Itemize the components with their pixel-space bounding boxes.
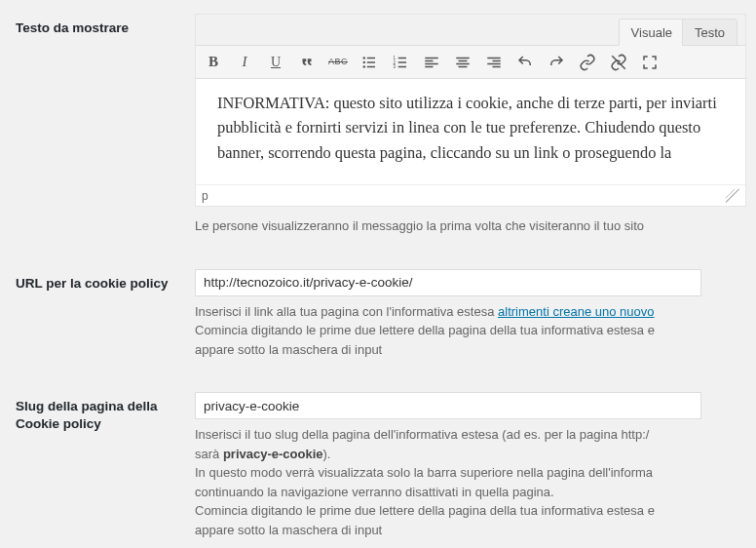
underline-button[interactable]: U bbox=[262, 50, 289, 75]
editor-resize-handle[interactable] bbox=[726, 189, 739, 203]
svg-point-0 bbox=[363, 57, 365, 59]
cookie-url-input[interactable] bbox=[195, 269, 701, 296]
create-new-link[interactable]: altrimenti creane uno nuovo bbox=[498, 304, 654, 319]
bulleted-list-button[interactable] bbox=[356, 50, 383, 75]
svg-rect-7 bbox=[398, 57, 406, 59]
svg-rect-21 bbox=[493, 59, 501, 61]
editor-mode-tabs: Visuale Testo bbox=[196, 15, 745, 46]
editor-content[interactable]: INFORMATIVA: questo sito utilizza i cook… bbox=[196, 79, 745, 184]
editor-toolbar: B I U ABC 123 bbox=[196, 46, 745, 79]
svg-rect-15 bbox=[425, 65, 433, 67]
svg-rect-14 bbox=[425, 62, 438, 64]
editor-text: INFORMATIVA: questo sito utilizza i cook… bbox=[217, 94, 717, 162]
svg-rect-1 bbox=[367, 57, 375, 59]
svg-rect-17 bbox=[459, 59, 468, 61]
desc-line: In questo modo verrà visualizzata solo l… bbox=[195, 465, 653, 480]
desc-line: appare sotto la maschera di input bbox=[195, 342, 382, 357]
svg-rect-12 bbox=[425, 57, 438, 59]
tab-text[interactable]: Testo bbox=[682, 19, 737, 46]
description-slug: Inserisci il tuo slug della pagina dell'… bbox=[195, 425, 746, 539]
label-slug-cookie-policy: Slug della pagina della Cookie policy bbox=[0, 378, 195, 548]
desc-line: sarà bbox=[195, 447, 223, 461]
editor-element-path: p bbox=[202, 187, 208, 205]
tab-visual-label: Visuale bbox=[631, 25, 672, 40]
label-text: URL per la cookie policy bbox=[16, 276, 169, 291]
svg-rect-13 bbox=[425, 59, 433, 61]
desc-line: continuando la navigazione verranno disa… bbox=[195, 485, 554, 499]
align-center-button[interactable] bbox=[449, 50, 476, 75]
svg-rect-20 bbox=[487, 57, 501, 59]
svg-rect-23 bbox=[493, 65, 501, 67]
strikethrough-button[interactable]: ABC bbox=[324, 50, 352, 75]
cookie-slug-input[interactable] bbox=[195, 392, 701, 419]
unlink-button[interactable] bbox=[605, 50, 632, 75]
redo-button[interactable] bbox=[543, 50, 570, 75]
editor-status-bar: p bbox=[196, 184, 745, 206]
svg-rect-9 bbox=[398, 61, 406, 63]
svg-rect-16 bbox=[456, 57, 470, 59]
undo-button[interactable] bbox=[511, 50, 539, 75]
description-text: Le persone visualizzeranno il messaggio … bbox=[195, 218, 644, 233]
label-text: Testo da mostrare bbox=[16, 20, 129, 35]
fullscreen-button[interactable] bbox=[636, 50, 663, 75]
tab-visual[interactable]: Visuale bbox=[619, 19, 685, 46]
svg-rect-5 bbox=[367, 65, 375, 67]
settings-form-table: Testo da mostrare Visuale Testo B I U AB… bbox=[0, 0, 756, 548]
svg-rect-18 bbox=[456, 62, 470, 64]
italic-button[interactable]: I bbox=[231, 50, 258, 75]
align-right-button[interactable] bbox=[480, 50, 508, 75]
svg-rect-3 bbox=[367, 61, 375, 63]
desc-line: Inserisci il link alla tua pagina con l'… bbox=[195, 304, 498, 319]
desc-line: ). bbox=[323, 447, 331, 461]
strike-label: ABC bbox=[328, 56, 348, 69]
description-testo: Le persone visualizzeranno il messaggio … bbox=[195, 216, 746, 236]
label-text: Slug della pagina della Cookie policy bbox=[16, 399, 158, 431]
description-url: Inserisci il link alla tua pagina con l'… bbox=[195, 302, 746, 360]
desc-line: appare sotto la maschera di input bbox=[195, 523, 382, 537]
bold-button[interactable]: B bbox=[200, 50, 227, 75]
link-button[interactable] bbox=[574, 50, 601, 75]
slug-bold: privacy-e-cookie bbox=[223, 447, 323, 461]
wysiwyg-editor: Visuale Testo B I U ABC 123 bbox=[195, 14, 746, 207]
link-text: altrimenti creane uno nuovo bbox=[498, 304, 654, 319]
svg-rect-19 bbox=[459, 65, 468, 67]
svg-rect-11 bbox=[398, 65, 406, 67]
numbered-list-button[interactable]: 123 bbox=[387, 50, 414, 75]
blockquote-button[interactable] bbox=[293, 50, 321, 75]
desc-line: Comincia digitando le prime due lettere … bbox=[195, 323, 655, 337]
desc-line: Comincia digitando le prime due lettere … bbox=[195, 503, 655, 518]
align-left-button[interactable] bbox=[418, 50, 445, 75]
label-url-cookie-policy: URL per la cookie policy bbox=[0, 255, 195, 379]
tab-text-label: Testo bbox=[695, 25, 725, 40]
svg-point-4 bbox=[363, 65, 365, 67]
label-testo-da-mostrare: Testo da mostrare bbox=[0, 0, 195, 255]
desc-line: Inserisci il tuo slug della pagina dell'… bbox=[195, 427, 649, 442]
svg-text:3: 3 bbox=[394, 64, 397, 69]
svg-rect-22 bbox=[487, 62, 501, 64]
svg-point-2 bbox=[363, 60, 365, 62]
